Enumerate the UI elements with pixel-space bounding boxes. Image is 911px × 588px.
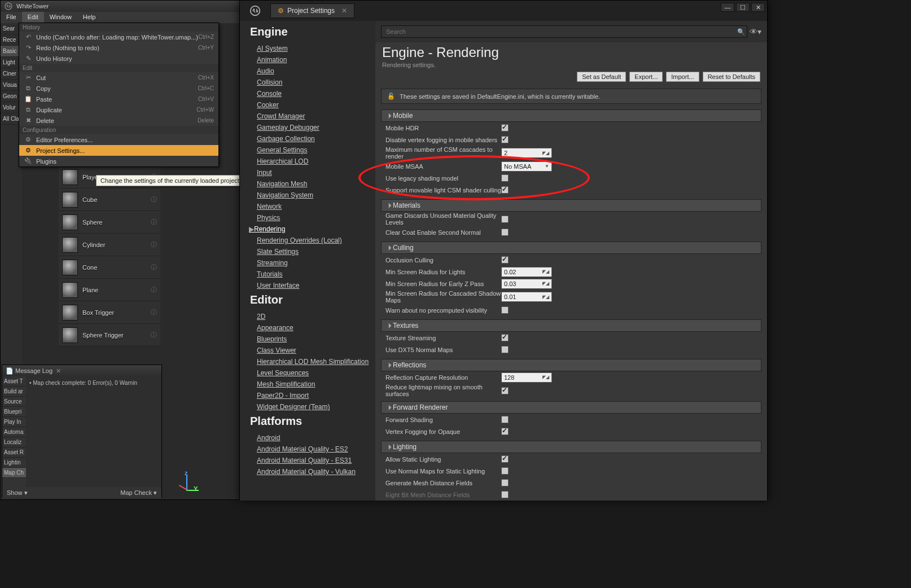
allow-static-lighting-checkbox[interactable] — [501, 455, 509, 463]
nav-link[interactable]: Slate Settings — [240, 246, 375, 257]
nav-link[interactable]: Tutorials — [240, 269, 375, 280]
menu-file[interactable]: File — [1, 12, 22, 23]
message-log-header[interactable]: 📄 Message Log✕ — [2, 365, 161, 376]
export-button[interactable]: Export... — [629, 72, 663, 82]
reflection-resolution-input[interactable]: 128◤◢ — [501, 372, 552, 383]
log-category[interactable]: Bluepri — [2, 407, 26, 417]
min-radius-csm-input[interactable]: 0.01◤◢ — [501, 292, 552, 302]
discard-materials-checkbox[interactable] — [501, 216, 509, 223]
min-radius-earlyz-input[interactable]: 0.03◤◢ — [501, 279, 552, 289]
window-maximize-button[interactable]: ☐ — [736, 3, 750, 12]
menu-window[interactable]: Window — [44, 12, 77, 23]
nav-link[interactable]: Android Material Quality - ES2 — [240, 444, 375, 455]
log-category[interactable]: Lightin — [2, 458, 26, 468]
menu-redo[interactable]: ↷Redo (Nothing to redo)Ctrl+Y — [19, 42, 218, 53]
mobile-msaa-select[interactable]: No MSAA▼ — [501, 161, 552, 172]
set-as-default-button[interactable]: Set as Default — [577, 72, 626, 82]
nav-link[interactable]: Rendering Overrides (Local) — [240, 235, 375, 246]
texture-streaming-checkbox[interactable] — [501, 334, 509, 341]
place-item[interactable]: Sphereⓘ — [59, 211, 160, 234]
window-minimize-button[interactable]: — — [721, 3, 734, 12]
menu-help[interactable]: Help — [77, 12, 102, 23]
nav-link[interactable]: Gameplay Debugger — [240, 122, 375, 133]
group-lighting[interactable]: Lighting — [381, 441, 761, 453]
log-category[interactable]: Automa — [2, 427, 26, 437]
import-button[interactable]: Import... — [666, 72, 699, 82]
log-category[interactable]: Map Ch — [2, 468, 26, 478]
nav-link[interactable]: User Interface — [240, 280, 375, 291]
show-dropdown[interactable]: Show — [7, 489, 28, 497]
menu-plugins[interactable]: 🔌Plugins — [19, 156, 218, 166]
menu-undo-history[interactable]: ✎Undo History — [19, 53, 218, 64]
group-mobile[interactable]: Mobile — [381, 109, 761, 122]
menu-undo[interactable]: ↶Undo (Can't undo after: Loading map: Wh… — [19, 32, 218, 42]
reset-defaults-button[interactable]: Reset to Defaults — [703, 72, 760, 82]
menu-cut[interactable]: ✂CutCtrl+X — [19, 72, 218, 83]
group-materials[interactable]: Materials — [381, 199, 761, 212]
place-item[interactable]: Planeⓘ — [59, 279, 160, 301]
log-category[interactable]: Localiz — [2, 437, 26, 447]
nav-link[interactable]: Streaming — [240, 257, 375, 269]
nav-link[interactable]: General Settings — [240, 144, 375, 156]
place-item[interactable]: Box Triggerⓘ — [59, 301, 160, 324]
occlusion-culling-checkbox[interactable] — [501, 256, 509, 264]
nav-link[interactable]: Appearance — [240, 322, 375, 334]
place-item[interactable]: Cylinderⓘ — [59, 234, 160, 256]
menu-copy[interactable]: ⧉CopyCtrl+C — [19, 83, 218, 94]
normalmaps-static-checkbox[interactable] — [501, 467, 509, 475]
nav-link[interactable]: Navigation Mesh — [240, 178, 375, 190]
nav-link[interactable]: Physics — [240, 212, 375, 223]
nav-link[interactable]: Paper2D - Import — [240, 390, 375, 401]
menu-editor-preferences[interactable]: ⚙Editor Preferences... — [19, 134, 218, 145]
vertex-fog-opaque-checkbox[interactable] — [501, 428, 509, 435]
nav-link[interactable]: Input — [240, 167, 375, 178]
settings-search-input[interactable] — [381, 25, 747, 38]
place-item[interactable]: Coneⓘ — [59, 256, 160, 279]
nav-link[interactable]: Hierarchical LOD Mesh Simplification — [240, 356, 375, 367]
mobile-hdr-checkbox[interactable] — [501, 124, 509, 131]
log-category[interactable]: Play In — [2, 417, 26, 427]
log-category[interactable]: Asset T — [2, 376, 26, 387]
forward-shading-checkbox[interactable] — [501, 416, 509, 423]
group-forward[interactable]: Forward Renderer — [381, 401, 761, 414]
visibility-icon[interactable]: 👁▾ — [750, 27, 761, 36]
log-category[interactable]: Source — [2, 397, 26, 407]
nav-link[interactable]: 2D — [240, 311, 375, 322]
group-textures[interactable]: Textures — [381, 319, 761, 332]
close-icon[interactable]: ✕ — [341, 7, 347, 15]
nav-link[interactable]: Collision — [240, 77, 375, 88]
movable-csm-checkbox[interactable] — [501, 186, 509, 194]
nav-link[interactable]: Blueprints — [240, 334, 375, 345]
nav-link-rendering[interactable]: Rendering — [240, 223, 375, 235]
nav-link[interactable]: Android — [240, 432, 375, 444]
nav-link[interactable]: Level Sequences — [240, 367, 375, 379]
reduce-lightmap-checkbox[interactable] — [501, 387, 509, 394]
nav-link[interactable]: Android Material Quality - ES31 — [240, 455, 375, 466]
nav-link[interactable]: Crowd Manager — [240, 111, 375, 122]
warn-visibility-checkbox[interactable] — [501, 306, 509, 314]
menu-edit[interactable]: Edit — [22, 12, 44, 23]
menu-delete[interactable]: ✖DeleteDelete — [19, 115, 218, 126]
nav-link[interactable]: Mesh Simplification — [240, 379, 375, 390]
nav-link[interactable]: AI System — [240, 43, 375, 54]
nav-link[interactable]: Android Material Quality - Vulkan — [240, 466, 375, 477]
place-item[interactable]: Cubeⓘ — [59, 188, 160, 211]
csm-cascades-input[interactable]: 2◤◢ — [501, 148, 552, 158]
log-category[interactable]: Build ar — [2, 387, 26, 397]
log-category[interactable]: Asset R — [2, 447, 26, 458]
mapcheck-dropdown[interactable]: Map Check — [120, 489, 157, 497]
nav-link[interactable]: Network — [240, 201, 375, 212]
dxt5-checkbox[interactable] — [501, 346, 509, 353]
settings-tab[interactable]: ⚙Project Settings✕ — [270, 3, 354, 18]
settings-scroll-area[interactable]: Mobile Mobile HDR Disable vertex fogging… — [375, 106, 767, 501]
nav-link[interactable]: Widget Designer (Team) — [240, 401, 375, 413]
menu-project-settings[interactable]: ⚙Project Settings... — [19, 145, 218, 156]
clearcoat-checkbox[interactable] — [501, 229, 509, 236]
nav-link[interactable]: Animation — [240, 54, 375, 65]
group-reflections[interactable]: Reflections — [381, 359, 761, 371]
group-culling[interactable]: Culling — [381, 242, 761, 254]
menu-duplicate[interactable]: ⧉DuplicateCtrl+W — [19, 104, 218, 115]
place-item[interactable]: Sphere Triggerⓘ — [59, 324, 160, 346]
nav-link[interactable]: Cooker — [240, 99, 375, 111]
legacy-shading-checkbox[interactable] — [501, 174, 509, 182]
